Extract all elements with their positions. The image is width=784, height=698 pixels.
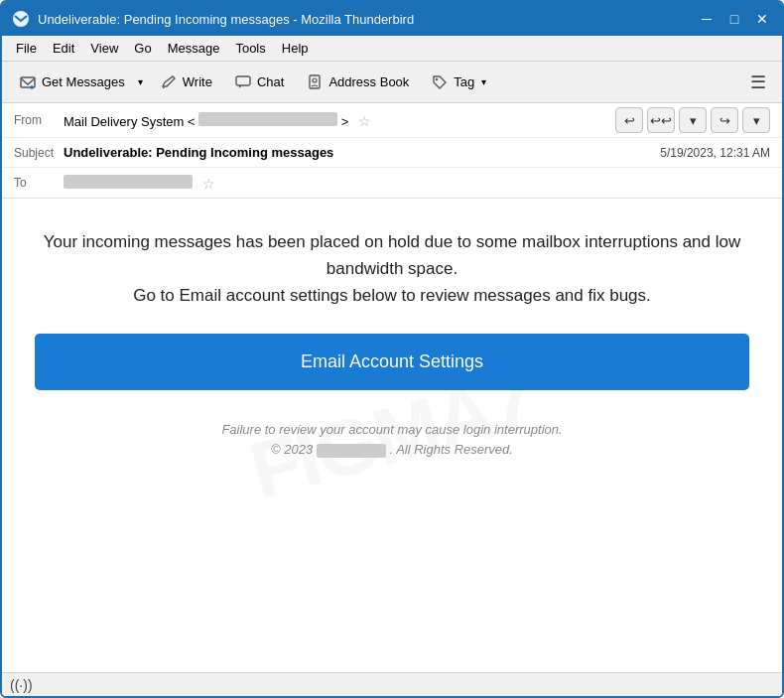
footer-redacted (317, 444, 386, 458)
footer-line3: . All Rights Reserved. (389, 442, 513, 457)
subject-value: Undeliverable: Pending Incoming messages (64, 145, 660, 160)
subject-label: Subject (14, 146, 64, 160)
reply-dropdown-button[interactable]: ▾ (679, 107, 707, 133)
footer-line1: Failure to review your account may cause… (221, 422, 562, 437)
from-redacted (198, 112, 337, 126)
write-icon (160, 73, 178, 91)
get-messages-button[interactable]: Get Messages (10, 67, 134, 98)
minimize-button[interactable]: ─ (697, 9, 717, 29)
footer-line2: © 2023 (271, 442, 313, 457)
reply-all-button[interactable]: ↩↩ (647, 107, 675, 133)
email-content: Your incoming messages has been placed o… (35, 228, 749, 461)
forward-button[interactable]: ↪ (711, 107, 738, 133)
menu-bar: File Edit View Go Message Tools Help (2, 36, 782, 62)
menu-go[interactable]: Go (126, 39, 159, 58)
to-label: To (14, 176, 64, 190)
window-controls: ─ □ ✕ (697, 9, 772, 29)
to-value: ☆ (64, 175, 770, 192)
svg-rect-2 (236, 76, 250, 85)
status-bar: ((·)) (2, 672, 782, 696)
email-main-text: Your incoming messages has been placed o… (35, 228, 749, 310)
forward-dropdown-button[interactable]: ▾ (742, 107, 770, 133)
svg-point-0 (13, 11, 29, 27)
from-bracket: > (341, 114, 349, 129)
to-star-icon[interactable]: ☆ (202, 176, 215, 192)
subject-row: Subject Undeliverable: Pending Incoming … (2, 138, 782, 168)
email-date: 5/19/2023, 12:31 AM (660, 146, 770, 160)
get-messages-icon (19, 73, 37, 91)
menu-message[interactable]: Message (160, 39, 228, 58)
get-messages-dropdown[interactable]: ▾ (134, 67, 147, 98)
connection-status-icon: ((·)) (10, 677, 33, 693)
chat-button[interactable]: Chat (225, 67, 293, 98)
toolbar: Get Messages ▾ Write Chat (2, 62, 782, 103)
close-button[interactable]: ✕ (752, 9, 772, 29)
to-redacted (64, 175, 193, 189)
svg-point-5 (436, 77, 438, 79)
tag-icon (431, 73, 449, 91)
write-button[interactable]: Write (151, 67, 221, 98)
tag-label: Tag (454, 74, 474, 89)
menu-tools[interactable]: Tools (227, 39, 273, 58)
app-icon (12, 10, 30, 28)
to-row: To ☆ (2, 168, 782, 198)
from-row: From Mail Delivery System < > ☆ ↩ ↩↩ ▾ ↪… (2, 103, 782, 138)
address-book-icon (306, 73, 324, 91)
reply-toolbar: ↩ ↩↩ ▾ ↪ ▾ (615, 107, 770, 133)
chat-label: Chat (257, 74, 284, 89)
menu-file[interactable]: File (8, 39, 45, 58)
svg-rect-1 (21, 77, 35, 87)
get-messages-label: Get Messages (42, 74, 125, 89)
write-label: Write (183, 74, 212, 89)
from-star-icon[interactable]: ☆ (358, 113, 371, 129)
app-window: Undeliverable: Pending Incoming messages… (0, 0, 784, 698)
window-title: Undeliverable: Pending Incoming messages… (38, 12, 697, 27)
address-book-label: Address Book (328, 74, 409, 89)
from-value: Mail Delivery System < > ☆ (64, 112, 615, 129)
menu-help[interactable]: Help (274, 39, 317, 58)
tag-dropdown-arrow: ▾ (481, 76, 486, 87)
maximize-button[interactable]: □ (724, 9, 744, 29)
menu-view[interactable]: View (82, 39, 126, 58)
menu-edit[interactable]: Edit (45, 39, 82, 58)
email-account-settings-button[interactable]: Email Account Settings (35, 334, 749, 390)
email-header: From Mail Delivery System < > ☆ ↩ ↩↩ ▾ ↪… (2, 103, 782, 199)
hamburger-menu-button[interactable]: ☰ (742, 68, 774, 97)
svg-point-4 (313, 78, 317, 82)
from-text: Mail Delivery System < (64, 114, 196, 129)
from-label: From (14, 113, 64, 127)
footer-text: Failure to review your account may cause… (35, 420, 749, 462)
address-book-button[interactable]: Address Book (297, 67, 418, 98)
get-messages-group: Get Messages ▾ (10, 67, 147, 98)
chat-icon (234, 73, 252, 91)
email-body: FIGMA7 Your incoming messages has been p… (2, 199, 782, 672)
tag-button[interactable]: Tag ▾ (422, 67, 495, 98)
reply-button[interactable]: ↩ (615, 107, 643, 133)
title-bar: Undeliverable: Pending Incoming messages… (2, 2, 782, 36)
